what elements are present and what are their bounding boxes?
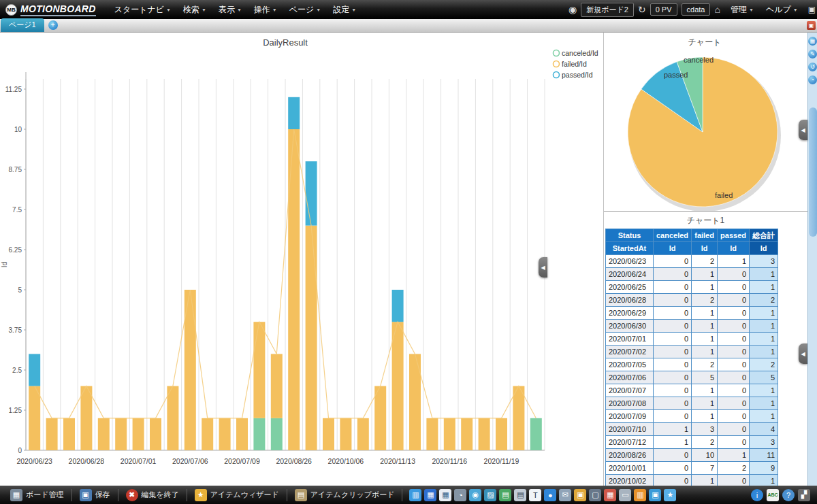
table-cell[interactable]: 2020/10/02 <box>606 475 654 486</box>
item-clipboard-button[interactable]: ▤アイテムクリップボード <box>289 486 401 504</box>
bar-segment-failed[interactable] <box>479 418 490 450</box>
tabbar-corner-icon[interactable]: ▣ <box>807 21 816 30</box>
table-cell[interactable]: 0 <box>654 255 692 268</box>
bar-segment-failed[interactable] <box>426 418 438 450</box>
info-icon[interactable]: i <box>751 489 763 501</box>
document-icon[interactable]: ▤ <box>514 489 526 501</box>
menu-search[interactable]: 検索▼ <box>177 0 212 19</box>
chart-expander-handle[interactable]: ◀ <box>539 257 547 278</box>
table-cell[interactable]: 0 <box>654 333 692 346</box>
sparkle-icon[interactable]: ★ <box>664 489 676 501</box>
bar-segment-passed[interactable] <box>306 161 317 225</box>
bar-segment-failed[interactable] <box>63 418 75 450</box>
table-cell[interactable]: 2020/07/05 <box>606 358 654 371</box>
table-cell[interactable]: 1 <box>750 410 778 423</box>
table-cell[interactable]: 0 <box>718 294 750 307</box>
orange-chart-icon[interactable]: ▥ <box>634 489 646 501</box>
table-cell[interactable]: 1 <box>692 307 718 320</box>
table-expander-handle[interactable]: ◀ <box>799 343 807 364</box>
menu-help[interactable]: ヘルプ▼ <box>760 4 804 16</box>
refresh-rail-icon[interactable]: ↺ <box>808 63 817 71</box>
bar-segment-failed[interactable] <box>236 418 248 450</box>
table-cell[interactable]: 2 <box>692 294 718 307</box>
table-cell[interactable]: 2 <box>692 436 718 449</box>
table-cell[interactable]: 0 <box>718 358 750 371</box>
table-cell[interactable]: 2020/10/01 <box>606 462 654 475</box>
table-row[interactable]: 2020/06/280202 <box>606 294 778 307</box>
table-cell[interactable]: 1 <box>654 436 692 449</box>
bar-segment-failed[interactable] <box>115 418 127 450</box>
table-row[interactable]: 2020/10/020101 <box>606 475 778 486</box>
user-name-box[interactable]: cdata <box>682 3 711 16</box>
table-cell[interactable]: 0 <box>718 320 750 333</box>
table-row[interactable]: 2020/06/230213 <box>606 255 778 268</box>
table-cell[interactable]: 9 <box>750 462 778 475</box>
bar-segment-passed[interactable] <box>288 97 300 129</box>
table-cell[interactable]: 1 <box>750 333 778 346</box>
bar-segment-failed[interactable] <box>98 418 110 450</box>
table-header-cell[interactable]: Id <box>654 242 692 255</box>
table-cell[interactable]: 0 <box>654 371 692 384</box>
table-cell[interactable]: 2 <box>692 255 718 268</box>
spreadsheet-icon[interactable]: ▦ <box>439 489 451 501</box>
menu-view[interactable]: 表示▼ <box>212 0 248 19</box>
table-cell[interactable]: 1 <box>692 333 718 346</box>
table-cell[interactable]: 2020/07/01 <box>606 333 654 346</box>
table-cell[interactable]: 10 <box>692 449 718 462</box>
table-header-cell[interactable]: canceled <box>654 229 692 242</box>
edit-icon[interactable]: ✎ <box>808 50 817 58</box>
table-cell[interactable]: 1 <box>750 307 778 320</box>
grid-chart-icon[interactable]: ▦ <box>424 489 436 501</box>
scrollbar-thumb[interactable] <box>809 107 817 237</box>
table-header-cell[interactable]: Id <box>750 242 778 255</box>
table-cell[interactable]: 1 <box>750 268 778 281</box>
table-cell[interactable]: 0 <box>654 346 692 358</box>
table-cell[interactable]: 1 <box>750 384 778 397</box>
bar-segment-failed[interactable] <box>496 418 507 450</box>
table-cell[interactable]: 2020/07/09 <box>606 410 654 423</box>
table-cell[interactable]: 1 <box>654 423 692 436</box>
table-cell[interactable]: 7 <box>692 462 718 475</box>
table-cell[interactable]: 0 <box>718 268 750 281</box>
table-cell[interactable]: 2 <box>750 294 778 307</box>
table-cell[interactable]: 5 <box>750 371 778 384</box>
table-cell[interactable]: 0 <box>718 307 750 320</box>
table-cell[interactable]: 0 <box>654 449 692 462</box>
table-cell[interactable]: 0 <box>654 475 692 486</box>
bar-chart-icon[interactable]: ▥ <box>409 489 421 501</box>
bar-segment-failed[interactable] <box>323 418 334 450</box>
table-cell[interactable]: 1 <box>692 281 718 294</box>
table-row[interactable]: 2020/08/26010111 <box>606 449 778 462</box>
table-cell[interactable]: 1 <box>692 410 718 423</box>
table-cell[interactable]: 2020/07/12 <box>606 436 654 449</box>
board-name-box[interactable]: 新規ボード2 <box>581 3 634 17</box>
table-cell[interactable]: 1 <box>750 475 778 486</box>
bar-segment-failed[interactable] <box>271 354 283 418</box>
table-cell[interactable]: 2020/07/07 <box>606 384 654 397</box>
layout-icon[interactable]: ▦ <box>808 37 817 46</box>
table-cell[interactable]: 1 <box>692 320 718 333</box>
table-cell[interactable]: 11 <box>750 449 778 462</box>
refresh-icon[interactable]: ↻ <box>638 4 646 15</box>
table-cell[interactable]: 0 <box>718 475 750 486</box>
table-cell[interactable]: 0 <box>654 320 692 333</box>
table-row[interactable]: 2020/07/080101 <box>606 397 778 410</box>
table-cell[interactable]: 2020/07/10 <box>606 423 654 436</box>
table-row[interactable]: 2020/07/101304 <box>606 423 778 436</box>
table-header-cell[interactable]: failed <box>692 229 718 242</box>
table-cell[interactable]: 0 <box>654 397 692 410</box>
table-cell[interactable]: 3 <box>692 423 718 436</box>
table-row[interactable]: 2020/07/050202 <box>606 358 778 371</box>
table-row[interactable]: 2020/07/010101 <box>606 333 778 346</box>
table-header-cell[interactable]: StartedAt <box>606 242 654 255</box>
table-cell[interactable]: 0 <box>718 333 750 346</box>
table-cell[interactable]: 1 <box>750 281 778 294</box>
window-icon[interactable]: ▢ <box>589 489 601 501</box>
table-cell[interactable]: 0 <box>654 358 692 371</box>
bar-segment-failed[interactable] <box>253 322 265 418</box>
menu-page[interactable]: ページ▼ <box>283 0 327 19</box>
table-row[interactable]: 2020/06/290101 <box>606 307 778 320</box>
end-edit-button[interactable]: ✖編集を終了 <box>120 486 185 504</box>
table-cell[interactable]: 2 <box>692 358 718 371</box>
table-cell[interactable]: 0 <box>654 294 692 307</box>
